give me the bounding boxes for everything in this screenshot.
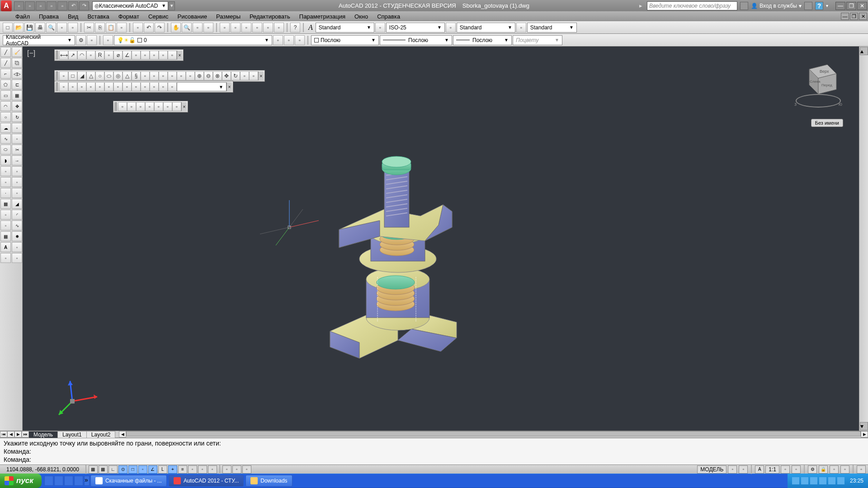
- circle-tool[interactable]: ○: [0, 112, 11, 122]
- mlstyle-dropdown[interactable]: Standard▼: [527, 23, 577, 33]
- unnamed-view-chip[interactable]: Без имени: [811, 119, 843, 127]
- modelspace-toggle[interactable]: ▫: [222, 465, 231, 474]
- toolbar-grip[interactable]: [56, 82, 58, 91]
- osnap-toggle[interactable]: □: [128, 465, 137, 474]
- ellipsearc-tool[interactable]: ◗: [0, 155, 11, 165]
- help-dd-icon[interactable]: ▾: [826, 3, 828, 8]
- redo-icon[interactable]: ↷: [155, 23, 165, 33]
- lineweight-dropdown[interactable]: Послою▼: [453, 35, 512, 45]
- move-tool[interactable]: ✥: [12, 101, 22, 111]
- toolbar-close[interactable]: ×: [226, 82, 232, 91]
- quickview-icon[interactable]: ▫: [728, 465, 737, 474]
- minimize-button[interactable]: —: [835, 2, 845, 10]
- layerprop-icon[interactable]: ▫: [103, 35, 113, 45]
- tray-icon[interactable]: [837, 477, 844, 484]
- toolbar-grip[interactable]: [56, 51, 58, 60]
- toolbar-grip[interactable]: [56, 71, 58, 80]
- arc-tool[interactable]: ◠: [0, 101, 11, 111]
- preview-icon[interactable]: 🔍: [46, 23, 56, 33]
- dimlinear-icon[interactable]: ⟷: [59, 51, 68, 60]
- scroll-up-icon[interactable]: ▴: [860, 47, 868, 55]
- offset-tool[interactable]: ⊏: [12, 80, 22, 89]
- annovis-icon[interactable]: ▫: [781, 465, 790, 474]
- matchprop-icon[interactable]: ▫: [117, 23, 127, 33]
- rotate-tool[interactable]: ↻: [12, 112, 22, 122]
- solidedit6-icon[interactable]: ▫: [113, 82, 123, 91]
- cleanscreen-icon[interactable]: ▫: [857, 465, 866, 474]
- otrack-toggle[interactable]: ∠: [148, 465, 157, 474]
- copy-icon[interactable]: ⎘: [95, 23, 105, 33]
- taskbar-task[interactable]: Скачанные файлы - ...: [90, 475, 167, 487]
- quicklaunch-icon[interactable]: [54, 476, 63, 486]
- line-tool[interactable]: ╱: [0, 47, 11, 57]
- command-window[interactable]: Укажите исходную точку или выровняйте по…: [0, 437, 868, 465]
- viewcube-svg[interactable]: Верх Слева Перед: [793, 58, 843, 103]
- tab-model[interactable]: Модель: [28, 431, 58, 438]
- new-icon[interactable]: □: [3, 23, 13, 33]
- solids-edit-toolbar[interactable]: ▫ ▫ ▫ ▫ ▫ ▫ ▫ ▫ ▫ ▫ ▫ ▫ ▫ ▼ ×: [54, 81, 233, 93]
- vertical-scrollbar[interactable]: ▴ ▾: [859, 47, 868, 431]
- vp4-icon[interactable]: ▫: [145, 102, 154, 111]
- clock[interactable]: 23:25: [850, 478, 863, 484]
- 3dalign-icon[interactable]: ▫: [240, 71, 249, 80]
- stretch-tool[interactable]: ▫: [12, 134, 22, 144]
- solidedit5-icon[interactable]: ▫: [104, 82, 113, 91]
- hatch-tool[interactable]: ▦: [0, 199, 11, 209]
- menu-insert[interactable]: Вставка: [83, 12, 113, 21]
- region-tool[interactable]: ▫: [0, 221, 11, 230]
- snap-toggle[interactable]: ▦: [89, 465, 98, 474]
- zoom-rt-icon[interactable]: 🔍: [182, 23, 192, 33]
- toolbar-close[interactable]: ×: [181, 102, 187, 111]
- qat-print-icon[interactable]: ▫: [57, 1, 67, 10]
- menu-window[interactable]: Окно: [350, 12, 373, 21]
- menu-dimension[interactable]: Размеры: [212, 12, 245, 21]
- cylinder-icon[interactable]: ⬭: [104, 71, 113, 80]
- dimjogged-icon[interactable]: ▫: [104, 51, 113, 60]
- qat-new-icon[interactable]: ▫: [14, 1, 24, 10]
- tab-prev-icon[interactable]: ◀: [7, 431, 14, 437]
- taskbar-task[interactable]: AutoCAD 2012 - СТУ...: [169, 475, 244, 487]
- planarsurf-icon[interactable]: ▫: [141, 71, 150, 80]
- dimbaseline-icon[interactable]: ▫: [141, 51, 150, 60]
- helix-icon[interactable]: §: [132, 71, 141, 80]
- quicklaunch-expand-icon[interactable]: »: [84, 476, 90, 486]
- blend-tool[interactable]: ∿: [12, 221, 22, 230]
- quickview-drawings-icon[interactable]: ▫: [242, 465, 251, 474]
- array-tool[interactable]: ▦: [12, 90, 22, 100]
- plot-icon[interactable]: 🖶: [35, 23, 45, 33]
- rectangle-tool[interactable]: ▭: [0, 90, 11, 100]
- solidedit3-icon[interactable]: ▫: [86, 82, 95, 91]
- menu-draw[interactable]: Рисование: [173, 12, 211, 21]
- dyn-toggle[interactable]: +: [168, 465, 177, 474]
- extend-tool[interactable]: →: [12, 155, 22, 165]
- blockeditor-icon[interactable]: ▫: [133, 23, 143, 33]
- zoom-win-icon[interactable]: ▫: [193, 23, 203, 33]
- tablestyle-icon[interactable]: ▫: [446, 23, 456, 33]
- mlstyle-icon[interactable]: ▫: [516, 23, 526, 33]
- loft-icon[interactable]: ▫: [186, 71, 195, 80]
- block-tool[interactable]: ▫: [0, 177, 11, 187]
- toolbar-close[interactable]: ×: [258, 71, 264, 80]
- scroll-down-icon[interactable]: ▾: [860, 422, 868, 430]
- explode-tool[interactable]: ✸: [12, 231, 22, 241]
- dimarc-icon[interactable]: ◠: [77, 51, 86, 60]
- visualstyle-dropdown[interactable]: ▼: [177, 82, 226, 91]
- breakat-tool[interactable]: ▫: [12, 177, 22, 187]
- layermatch-icon[interactable]: ▫: [273, 35, 283, 45]
- viewcube[interactable]: Верх Слева Перед з ю: [793, 58, 843, 108]
- 3dmove-icon[interactable]: ✥: [222, 71, 231, 80]
- tablestyle-dropdown[interactable]: Standard▼: [457, 23, 515, 33]
- close-button[interactable]: ✕: [857, 2, 867, 10]
- cut-icon[interactable]: ✂: [84, 23, 94, 33]
- search-input[interactable]: Введите ключевое слово/фразу: [647, 1, 737, 10]
- dimspace-icon[interactable]: ▫: [159, 51, 168, 60]
- solidhist-icon[interactable]: ▫: [59, 82, 68, 91]
- qat-save-icon[interactable]: ▫: [36, 1, 46, 10]
- sweep-icon[interactable]: ▫: [168, 71, 177, 80]
- break-tool[interactable]: ▫: [12, 166, 22, 176]
- layerstate-icon[interactable]: ▫: [295, 35, 305, 45]
- cone-icon[interactable]: △: [86, 71, 95, 80]
- box-icon[interactable]: □: [68, 71, 77, 80]
- polygon-tool[interactable]: ⬠: [0, 80, 11, 89]
- dimquick-icon[interactable]: ▫: [132, 51, 141, 60]
